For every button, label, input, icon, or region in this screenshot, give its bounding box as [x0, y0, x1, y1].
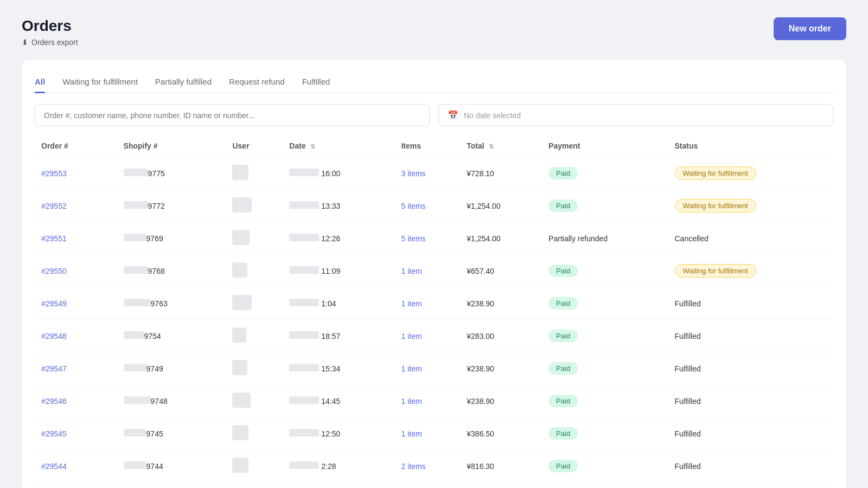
items-link[interactable]: 3 items — [401, 169, 425, 178]
shopify-prefix-blur — [124, 299, 151, 306]
items-link[interactable]: 1 item — [401, 299, 422, 308]
table-row: #295499763 1:041 item¥238.90PaidFulfille… — [35, 287, 833, 320]
orders-card: AllWaiting for fulfillmentPartially fulf… — [22, 60, 846, 488]
date-blur — [289, 299, 319, 306]
payment-badge: Paid — [548, 200, 578, 212]
order-number-cell: #29549 — [35, 287, 117, 320]
items-cell: 1 item — [394, 287, 460, 320]
items-link[interactable]: 1 item — [401, 429, 422, 438]
items-cell: 2 items — [394, 450, 460, 483]
status-cell: Waiting for fulfillment — [668, 157, 834, 190]
shopify-number-cell: 9744 — [117, 450, 226, 483]
user-avatar-blur — [232, 393, 251, 408]
items-cell: 1 item — [394, 352, 460, 385]
shopify-prefix-blur — [124, 169, 148, 176]
payment-cell: Partially refunded — [542, 222, 668, 255]
status-cell: Fulfilled — [668, 418, 834, 450]
shopify-suffix: 9763 — [151, 299, 168, 308]
payment-cell: Paid — [542, 255, 668, 287]
date-cell: 11:09 — [283, 255, 394, 287]
date-placeholder: No date selected — [464, 111, 521, 120]
tab-partial[interactable]: Partially fulfilled — [155, 73, 212, 93]
items-link[interactable]: 5 items — [401, 234, 425, 243]
table-row: #295489754 18:571 item¥283.00PaidFulfill… — [35, 320, 833, 352]
tab-all[interactable]: All — [35, 73, 45, 93]
user-cell — [226, 352, 283, 385]
user-avatar-blur — [232, 425, 248, 440]
items-link[interactable]: 5 items — [401, 202, 425, 210]
order-link[interactable]: #29545 — [41, 429, 67, 438]
order-link[interactable]: #29553 — [41, 169, 67, 178]
payment-cell: Partially refunded — [542, 483, 668, 489]
status-text: Fulfilled — [675, 429, 701, 438]
total-cell: ¥1,254.00 — [460, 222, 542, 255]
payment-badge: Paid — [548, 460, 578, 472]
shopify-suffix: 9769 — [146, 234, 163, 243]
user-avatar-blur — [232, 328, 246, 343]
payment-badge: Paid — [548, 427, 578, 440]
status-cell: Fulfilled — [668, 450, 834, 483]
user-cell — [226, 190, 283, 222]
orders-export-link[interactable]: ⬇ Orders export — [22, 38, 78, 47]
user-avatar-blur — [232, 262, 247, 278]
date-cell: 15:34 — [283, 352, 394, 385]
date-cell: 1:04 — [283, 287, 394, 320]
order-number-cell: #29543 — [35, 483, 117, 489]
shopify-prefix-blur — [124, 234, 146, 241]
total-cell: ¥1,254.00 — [460, 190, 542, 222]
date-blur — [289, 331, 319, 339]
payment-cell: Paid — [542, 450, 668, 483]
payment-cell: Paid — [542, 352, 668, 385]
order-number-cell: #29544 — [35, 450, 117, 483]
tab-fulfilled[interactable]: Fulfilled — [302, 73, 330, 93]
total-cell: ¥238.90 — [460, 385, 542, 418]
new-order-button[interactable]: New order — [774, 17, 846, 40]
order-link[interactable]: #29551 — [41, 234, 67, 243]
order-link[interactable]: #29548 — [41, 332, 67, 341]
shopify-number-cell: 9769 — [117, 222, 226, 255]
items-cell: 1 item — [394, 320, 460, 352]
items-link[interactable]: 1 item — [401, 364, 422, 373]
order-number-cell: #29551 — [35, 222, 117, 255]
status-cell: Waiting for fulfillment — [668, 190, 834, 222]
table-row: #295449744 2:282 items¥816.30PaidFulfill… — [35, 450, 833, 483]
order-number-cell: #29546 — [35, 385, 117, 418]
user-avatar-blur — [232, 165, 248, 180]
shopify-suffix: 9775 — [148, 169, 165, 178]
col-header-total[interactable]: Total ⇅ — [460, 137, 542, 157]
shopify-number-cell: 9749 — [117, 352, 226, 385]
order-link[interactable]: #29549 — [41, 299, 67, 308]
order-number-cell: #29553 — [35, 157, 117, 190]
shopify-number-cell: 9768 — [117, 255, 226, 287]
shopify-prefix-blur — [124, 331, 144, 339]
order-link[interactable]: #29550 — [41, 267, 67, 275]
payment-cell: Paid — [542, 385, 668, 418]
tab-refund[interactable]: Request refund — [229, 73, 285, 93]
tab-bar: AllWaiting for fulfillmentPartially fulf… — [35, 73, 833, 93]
date-filter[interactable]: 📅 No date selected — [438, 104, 833, 126]
items-link[interactable]: 1 item — [401, 267, 422, 275]
payment-badge: Paid — [548, 395, 578, 407]
order-link[interactable]: #29546 — [41, 397, 67, 406]
col-header-date[interactable]: Date ⇅ — [283, 137, 394, 157]
col-header-items: Items — [394, 137, 460, 157]
col-header-order: Order # — [35, 137, 117, 157]
order-link[interactable]: #29552 — [41, 202, 67, 210]
sort-icon: ⇅ — [310, 143, 315, 150]
search-input[interactable] — [35, 104, 430, 126]
download-icon: ⬇ — [22, 38, 28, 47]
order-link[interactable]: #29544 — [41, 462, 67, 471]
order-link[interactable]: #29547 — [41, 364, 67, 373]
payment-cell: Paid — [542, 190, 668, 222]
status-cell: Fulfilled — [668, 385, 834, 418]
date-cell: 12:26 — [283, 222, 394, 255]
tab-waiting[interactable]: Waiting for fulfillment — [62, 73, 138, 93]
shopify-number-cell: 9754 — [117, 320, 226, 352]
total-cell: ¥238.90 — [460, 352, 542, 385]
items-link[interactable]: 1 item — [401, 332, 422, 341]
col-header-payment: Payment — [542, 137, 668, 157]
items-link[interactable]: 1 item — [401, 397, 422, 406]
status-cell: Cancelled — [668, 222, 834, 255]
items-link[interactable]: 2 items — [401, 462, 425, 471]
orders-table: Order #Shopify #UserDate ⇅ItemsTotal ⇅Pa… — [35, 137, 833, 488]
